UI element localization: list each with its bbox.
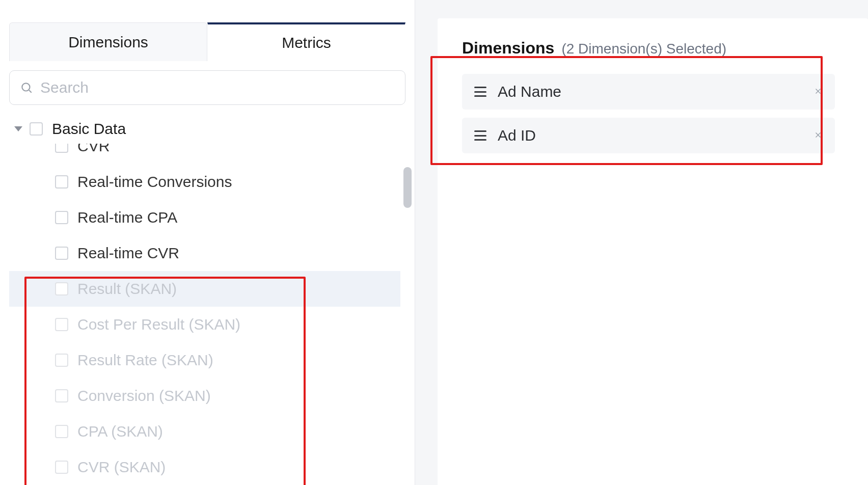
- metric-checkbox: [55, 282, 68, 295]
- drag-handle-icon[interactable]: [474, 87, 486, 97]
- selected-list: Ad NameAd ID: [462, 74, 835, 153]
- caret-down-icon: [14, 126, 22, 131]
- metric-checkbox[interactable]: [55, 175, 68, 188]
- metric-label: CPA (SKAN): [77, 423, 163, 440]
- metric-item[interactable]: Real-time CVR: [9, 235, 400, 271]
- metric-label: Real-time CVR: [77, 245, 179, 262]
- right-panel: Dimensions (2 Dimension(s) Selected) Ad …: [415, 0, 868, 485]
- tab-metrics-label: Metrics: [282, 34, 331, 51]
- svg-point-0: [22, 83, 30, 91]
- remove-icon[interactable]: [813, 128, 823, 143]
- metric-label: Result Rate (SKAN): [77, 352, 213, 369]
- metric-label: Result (SKAN): [77, 280, 177, 298]
- metric-checkbox: [55, 425, 68, 438]
- selected-dimension-label: Ad Name: [498, 83, 813, 100]
- metric-item: Conversion (SKAN): [9, 378, 400, 414]
- tab-dimensions[interactable]: Dimensions: [9, 22, 207, 61]
- metric-checkbox[interactable]: [55, 247, 68, 260]
- selected-dimension-item[interactable]: Ad ID: [462, 118, 835, 153]
- metric-item: Cost Per Result (SKAN): [9, 307, 400, 342]
- drag-handle-icon[interactable]: [474, 130, 486, 141]
- selected-dimension-item[interactable]: Ad Name: [462, 74, 835, 110]
- left-panel: Dimensions Metrics Basic Data: [0, 0, 415, 485]
- metric-checkbox: [55, 354, 68, 367]
- tree-group-basic-data[interactable]: Basic Data: [9, 114, 400, 144]
- metric-label: Real-time CPA: [77, 209, 177, 226]
- metric-item: CPA (SKAN): [9, 414, 400, 449]
- metric-label: CVR: [77, 144, 110, 155]
- metric-item: Result (SKAN): [9, 271, 400, 307]
- selected-dimension-label: Ad ID: [498, 127, 813, 144]
- metric-checkbox: [55, 461, 68, 474]
- metric-label: Cost Per Result (SKAN): [77, 316, 240, 333]
- search-input[interactable]: [40, 79, 395, 96]
- metric-item: Result Rate (SKAN): [9, 342, 400, 378]
- search-icon: [20, 81, 33, 94]
- metric-label: Real-time Conversions: [77, 173, 232, 191]
- metric-checkbox: [55, 318, 68, 331]
- search-field[interactable]: [9, 70, 405, 105]
- tab-metrics[interactable]: Metrics: [207, 22, 405, 61]
- svg-line-1: [29, 90, 32, 93]
- tabs: Dimensions Metrics: [0, 0, 415, 61]
- metric-checkbox: [55, 389, 68, 402]
- metric-item[interactable]: Real-time Conversions: [9, 164, 400, 200]
- metric-checkbox[interactable]: [55, 211, 68, 224]
- group-label: Basic Data: [52, 120, 126, 138]
- metric-checkbox[interactable]: [55, 144, 68, 153]
- tab-dimensions-label: Dimensions: [68, 34, 148, 51]
- metric-label: Conversion (SKAN): [77, 387, 211, 405]
- metric-label: CVR (SKAN): [77, 459, 166, 476]
- selected-subtitle: (2 Dimension(s) Selected): [561, 41, 726, 57]
- selected-dimensions-card: Dimensions (2 Dimension(s) Selected) Ad …: [438, 18, 868, 485]
- metric-item[interactable]: Real-time CPA: [9, 200, 400, 235]
- remove-icon[interactable]: [813, 85, 823, 99]
- metric-item[interactable]: CVR: [9, 144, 400, 164]
- metrics-tree: Basic Data CVRReal-time ConversionsReal-…: [0, 114, 415, 485]
- group-checkbox[interactable]: [30, 122, 43, 136]
- scrollbar-thumb[interactable]: [403, 167, 412, 208]
- selected-title: Dimensions: [462, 39, 554, 58]
- selected-header: Dimensions (2 Dimension(s) Selected): [462, 39, 868, 58]
- metric-item: CVR (SKAN): [9, 449, 400, 485]
